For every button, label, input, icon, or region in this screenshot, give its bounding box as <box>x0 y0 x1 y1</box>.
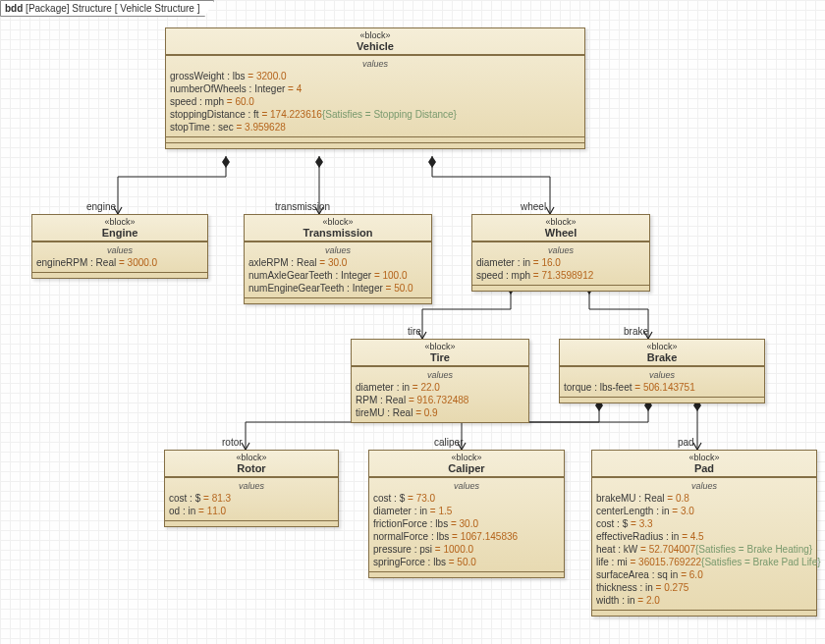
block-name: Pad <box>596 462 812 474</box>
property-row: width : in = 2.0 <box>596 594 812 607</box>
stereotype: «block» <box>373 453 560 462</box>
empty-compartment <box>32 272 207 278</box>
props: cost : $ = 73.0diameter : in = 1.5fricti… <box>373 492 560 568</box>
diagram-canvas: bdd [Package] Structure [ Vehicle Struct… <box>0 0 825 644</box>
section-label: values <box>170 58 580 70</box>
property-row: engineRPM : Real = 3000.0 <box>36 256 203 269</box>
property-row: brakeMU : Real = 0.8 <box>596 492 812 505</box>
block-name: Wheel <box>476 227 645 239</box>
section-label: values <box>248 244 427 256</box>
block-tire[interactable]: «block» Tire values diameter : in = 22.0… <box>351 339 529 423</box>
values-section: values cost : $ = 73.0diameter : in = 1.… <box>369 477 564 571</box>
block-header: «block» Brake <box>560 340 764 366</box>
section-label: values <box>356 369 524 381</box>
block-header: «block» Tire <box>352 340 528 366</box>
property-row: numEngineGearTeeth : Integer = 50.0 <box>248 282 427 295</box>
empty-compartment <box>165 520 338 526</box>
property-row: cost : $ = 81.3 <box>169 492 334 505</box>
values-section: values engineRPM : Real = 3000.0 <box>32 242 207 272</box>
property-row: cost : $ = 3.3 <box>596 517 812 530</box>
empty-compartment <box>472 285 649 291</box>
props: cost : $ = 81.3od : in = 11.0 <box>169 492 334 517</box>
block-vehicle[interactable]: «block» Vehicle values grossWeight : lbs… <box>165 27 585 149</box>
role-wheel: wheel <box>521 201 546 212</box>
block-rotor[interactable]: «block» Rotor values cost : $ = 81.3od :… <box>164 450 339 527</box>
property-row: diameter : in = 22.0 <box>356 381 524 394</box>
section-label: values <box>564 369 760 381</box>
property-row: tireMU : Real = 0.9 <box>356 406 524 419</box>
property-row: speed : mph = 60.0 <box>170 95 580 108</box>
property-row: frictionForce : lbs = 30.0 <box>373 517 560 530</box>
props: diameter : in = 22.0RPM : Real = 916.732… <box>356 381 524 419</box>
role-engine: engine <box>86 201 116 212</box>
block-brake[interactable]: «block» Brake values torque : lbs-feet =… <box>559 339 765 403</box>
section-label: values <box>596 480 812 492</box>
property-row: thickness : in = 0.275 <box>596 581 812 594</box>
props: diameter : in = 16.0speed : mph = 71.359… <box>476 256 645 282</box>
block-name: Rotor <box>169 462 334 474</box>
property-row: centerLength : in = 3.0 <box>596 505 812 517</box>
diagram-tab: bdd [Package] Structure [ Vehicle Struct… <box>0 0 214 17</box>
values-section: values cost : $ = 81.3od : in = 11.0 <box>165 477 338 520</box>
props: torque : lbs-feet = 506.143751 <box>564 381 760 394</box>
empty-compartment <box>245 297 431 303</box>
role-rotor: rotor <box>222 437 243 448</box>
block-pad[interactable]: «block» Pad values brakeMU : Real = 0.8c… <box>591 450 817 617</box>
stereotype: «block» <box>564 342 760 351</box>
block-name: Vehicle <box>170 40 580 52</box>
stereotype: «block» <box>169 453 334 462</box>
values-section: values axleRPM : Real = 30.0numAxleGearT… <box>245 242 431 297</box>
section-label: values <box>36 244 203 256</box>
property-row: cost : $ = 73.0 <box>373 492 560 505</box>
property-row: pressure : psi = 1000.0 <box>373 543 560 556</box>
block-wheel[interactable]: «block» Wheel values diameter : in = 16.… <box>471 214 650 292</box>
stereotype: «block» <box>596 453 812 462</box>
property-row: surfaceArea : sq in = 6.0 <box>596 568 812 581</box>
property-row: grossWeight : lbs = 3200.0 <box>170 70 580 82</box>
values-section: values torque : lbs-feet = 506.143751 <box>560 366 764 397</box>
role-transmission: transmission <box>275 201 330 212</box>
property-row: numberOfWheels : Integer = 4 <box>170 82 580 95</box>
block-name: Engine <box>36 227 203 239</box>
block-header: «block» Rotor <box>165 451 338 477</box>
block-engine[interactable]: «block» Engine values engineRPM : Real =… <box>31 214 208 279</box>
property-row: RPM : Real = 916.732488 <box>356 394 524 406</box>
values-section: values diameter : in = 22.0RPM : Real = … <box>352 366 528 422</box>
role-pad: pad <box>678 437 694 448</box>
block-header: «block» Caliper <box>369 451 564 477</box>
property-row: stoppingDistance : ft = 174.223616{Satis… <box>170 108 580 121</box>
property-row: axleRPM : Real = 30.0 <box>248 256 427 269</box>
empty-compartment <box>369 571 564 577</box>
block-header: «block» Transmission <box>245 215 431 242</box>
property-row: numAxleGearTeeth : Integer = 100.0 <box>248 269 427 282</box>
tab-name: [ Vehicle Structure ] <box>115 3 200 14</box>
empty-compartment <box>592 610 816 616</box>
block-header: «block» Vehicle <box>166 28 584 55</box>
block-name: Transmission <box>248 227 427 239</box>
block-caliper[interactable]: «block» Caliper values cost : $ = 73.0di… <box>368 450 565 578</box>
stereotype: «block» <box>476 217 645 227</box>
props: axleRPM : Real = 30.0numAxleGearTeeth : … <box>248 256 427 295</box>
tab-scope: [Package] Structure <box>26 3 112 14</box>
tab-prefix: bdd <box>5 3 23 14</box>
property-row: springForce : lbs = 50.0 <box>373 556 560 568</box>
section-label: values <box>476 244 645 256</box>
props: grossWeight : lbs = 3200.0numberOfWheels… <box>170 70 580 134</box>
role-tire: tire <box>408 326 421 337</box>
property-row: stopTime : sec = 3.959628 <box>170 121 580 134</box>
property-row: torque : lbs-feet = 506.143751 <box>564 381 760 394</box>
block-name: Brake <box>564 351 760 363</box>
block-header: «block» Wheel <box>472 215 649 242</box>
property-row: heat : kW = 52.704007{Satisfies = Brake … <box>596 543 812 556</box>
stereotype: «block» <box>248 217 427 227</box>
props: engineRPM : Real = 3000.0 <box>36 256 203 269</box>
property-row: diameter : in = 16.0 <box>476 256 645 269</box>
stereotype: «block» <box>36 217 203 227</box>
section-label: values <box>373 480 560 492</box>
block-header: «block» Pad <box>592 451 816 477</box>
block-transmission[interactable]: «block» Transmission values axleRPM : Re… <box>244 214 432 304</box>
block-name: Tire <box>356 351 524 363</box>
role-brake: brake <box>624 326 648 337</box>
property-row: effectiveRadius : in = 4.5 <box>596 530 812 543</box>
property-row: normalForce : lbs = 1067.145836 <box>373 530 560 543</box>
